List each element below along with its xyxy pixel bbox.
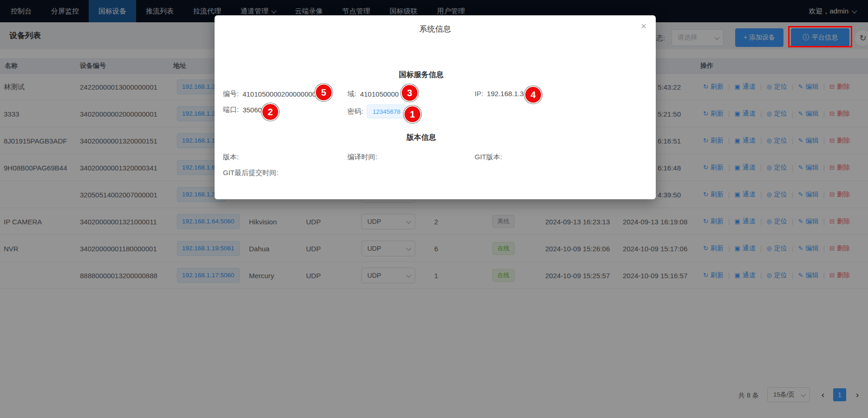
git-version-field: GIT版本: <box>475 153 502 162</box>
gb-ip-value: 192.168.1.3 <box>487 90 523 98</box>
git-version-label: GIT版本: <box>475 153 502 162</box>
gb-port-value: 35060 <box>242 106 262 114</box>
system-info-modal: 系统信息 × 国标服务信息 编号: 41010500002000000001 域… <box>215 15 656 199</box>
gb-service-section-title: 国标服务信息 <box>215 70 628 80</box>
gb-domain-label: 域: <box>347 90 356 98</box>
modal-title: 系统信息 <box>215 24 656 34</box>
gb-password-tag: 12345678 <box>367 104 406 118</box>
git-commit-time-label: GIT最后提交时间: <box>223 169 278 177</box>
gb-ip-label: IP: <box>475 90 483 98</box>
gb-domain-field: 域: 4101050000 <box>347 90 399 98</box>
build-time-label: 编译时间: <box>347 153 377 162</box>
version-section-title: 版本信息 <box>215 133 628 143</box>
build-time-field: 编译时间: <box>347 153 377 162</box>
gb-port-label: 端口: <box>223 105 239 114</box>
gb-domain-value: 4101050000 <box>360 90 398 98</box>
gb-id-label: 编号: <box>223 90 239 98</box>
version-field: 版本: <box>223 153 239 162</box>
gb-password-field: 密码: 12345678 <box>347 104 406 118</box>
gb-ip-field: IP: 192.168.1.3 <box>475 90 524 98</box>
version-label: 版本: <box>223 153 239 162</box>
gb-id-field: 编号: 41010500002000000001 <box>223 90 320 98</box>
close-icon[interactable]: × <box>641 21 646 32</box>
git-commit-time-field: GIT最后提交时间: <box>223 169 278 177</box>
gb-password-label: 密码: <box>347 107 363 116</box>
gb-id-value: 41010500002000000001 <box>242 90 320 98</box>
gb-port-field: 端口: 35060 <box>223 105 262 114</box>
